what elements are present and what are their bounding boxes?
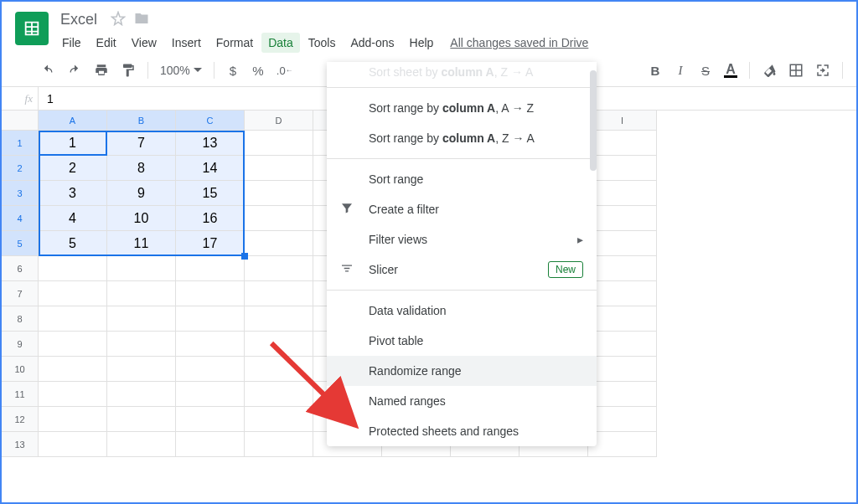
cell[interactable] bbox=[245, 156, 313, 181]
menu-named-ranges[interactable]: Named ranges bbox=[327, 386, 597, 416]
text-color-button[interactable]: A bbox=[719, 59, 742, 82]
col-header-A[interactable]: A bbox=[39, 111, 107, 131]
row-header-3[interactable]: 3 bbox=[2, 181, 39, 206]
cell[interactable] bbox=[588, 281, 657, 306]
menu-edit[interactable]: Edit bbox=[90, 33, 123, 53]
cell[interactable] bbox=[39, 357, 107, 382]
menu-protected-ranges[interactable]: Protected sheets and ranges bbox=[327, 416, 597, 440]
cell[interactable] bbox=[588, 306, 657, 332]
cell[interactable] bbox=[245, 332, 313, 357]
menu-format[interactable]: Format bbox=[209, 33, 260, 53]
cell[interactable] bbox=[176, 382, 245, 407]
cell[interactable] bbox=[245, 357, 313, 382]
row-header-13[interactable]: 13 bbox=[2, 432, 39, 457]
cell[interactable] bbox=[39, 306, 107, 332]
col-header-C[interactable]: C bbox=[176, 111, 245, 131]
paint-format-icon[interactable] bbox=[116, 59, 141, 82]
zoom-select[interactable]: 100% bbox=[155, 64, 207, 77]
cell[interactable] bbox=[39, 281, 107, 306]
cell[interactable] bbox=[588, 382, 657, 407]
formula-input[interactable]: 1 bbox=[39, 92, 62, 105]
cell[interactable]: 1 bbox=[39, 131, 107, 156]
menu-sort-range[interactable]: Sort range bbox=[327, 164, 597, 194]
row-header-10[interactable]: 10 bbox=[2, 357, 39, 382]
cell[interactable]: 14 bbox=[176, 156, 245, 181]
row-header-8[interactable]: 8 bbox=[2, 306, 39, 332]
cell[interactable] bbox=[588, 432, 657, 457]
document-title[interactable]: Excel bbox=[55, 10, 102, 29]
cell[interactable] bbox=[107, 407, 176, 432]
cell[interactable] bbox=[107, 281, 176, 306]
cell[interactable]: 17 bbox=[176, 231, 245, 256]
italic-button[interactable]: I bbox=[669, 59, 692, 82]
cell[interactable]: 5 bbox=[39, 231, 107, 256]
cell[interactable]: 3 bbox=[39, 181, 107, 206]
cell[interactable]: 15 bbox=[176, 181, 245, 206]
strikethrough-button[interactable]: S bbox=[694, 59, 717, 82]
cell[interactable] bbox=[588, 156, 657, 181]
cell[interactable] bbox=[245, 131, 313, 156]
cell[interactable] bbox=[39, 382, 107, 407]
menu-pivot-table[interactable]: Pivot table bbox=[327, 326, 597, 356]
cell[interactable] bbox=[245, 281, 313, 306]
cell[interactable] bbox=[245, 206, 313, 231]
cell[interactable] bbox=[39, 332, 107, 357]
cell[interactable] bbox=[176, 332, 245, 357]
print-icon[interactable] bbox=[89, 59, 114, 82]
row-header-2[interactable]: 2 bbox=[2, 156, 39, 181]
menu-data-validation[interactable]: Data validation bbox=[327, 296, 597, 326]
cell[interactable]: 9 bbox=[107, 181, 176, 206]
cell[interactable] bbox=[588, 407, 657, 432]
menu-sort-sheet-za[interactable]: Sort sheet by column A, Z → A bbox=[327, 65, 597, 82]
move-icon[interactable] bbox=[134, 11, 149, 28]
menu-file[interactable]: File bbox=[55, 33, 88, 53]
cell[interactable] bbox=[588, 231, 657, 256]
cell[interactable] bbox=[39, 432, 107, 457]
cell[interactable] bbox=[245, 231, 313, 256]
cell[interactable] bbox=[588, 357, 657, 382]
fill-color-icon[interactable] bbox=[757, 59, 782, 82]
cell[interactable]: 2 bbox=[39, 156, 107, 181]
col-header-B[interactable]: B bbox=[107, 111, 176, 131]
menu-slicer[interactable]: Slicer New bbox=[327, 255, 597, 285]
percent-button[interactable]: % bbox=[246, 59, 270, 82]
col-header-D[interactable]: D bbox=[245, 111, 313, 131]
cell[interactable] bbox=[107, 357, 176, 382]
undo-icon[interactable] bbox=[35, 59, 60, 82]
borders-icon[interactable] bbox=[783, 59, 809, 82]
cell[interactable] bbox=[588, 181, 657, 206]
cell[interactable]: 4 bbox=[39, 206, 107, 231]
menu-data[interactable]: Data bbox=[261, 33, 300, 53]
cell[interactable] bbox=[245, 382, 313, 407]
merge-icon[interactable] bbox=[810, 59, 835, 82]
cell[interactable] bbox=[176, 306, 245, 332]
row-header-6[interactable]: 6 bbox=[2, 256, 39, 281]
cell[interactable]: 11 bbox=[107, 231, 176, 256]
cell[interactable] bbox=[176, 281, 245, 306]
menu-create-filter[interactable]: Create a filter bbox=[327, 194, 597, 224]
row-header-12[interactable]: 12 bbox=[2, 407, 39, 432]
cell[interactable]: 7 bbox=[107, 131, 176, 156]
row-header-5[interactable]: 5 bbox=[2, 231, 39, 256]
row-header-7[interactable]: 7 bbox=[2, 281, 39, 306]
select-all-corner[interactable] bbox=[2, 111, 39, 131]
cell[interactable]: 8 bbox=[107, 156, 176, 181]
menu-randomize-range[interactable]: Randomize range bbox=[327, 356, 597, 386]
cell[interactable] bbox=[39, 407, 107, 432]
fill-handle[interactable] bbox=[241, 253, 248, 260]
currency-button[interactable]: $ bbox=[221, 59, 245, 82]
menu-sort-range-za[interactable]: Sort range by column A, Z → A bbox=[327, 123, 597, 153]
menu-filter-views[interactable]: Filter views ▸ bbox=[327, 224, 597, 255]
menu-tools[interactable]: Tools bbox=[302, 33, 343, 53]
cell[interactable] bbox=[107, 306, 176, 332]
cell[interactable] bbox=[245, 181, 313, 206]
cell[interactable] bbox=[245, 407, 313, 432]
sheets-logo-icon[interactable] bbox=[15, 12, 49, 45]
cell[interactable] bbox=[588, 206, 657, 231]
cell[interactable] bbox=[107, 432, 176, 457]
bold-button[interactable]: B bbox=[644, 59, 667, 82]
row-header-1[interactable]: 1 bbox=[2, 131, 39, 156]
cell[interactable] bbox=[245, 432, 313, 457]
cell[interactable] bbox=[107, 382, 176, 407]
cell[interactable] bbox=[245, 256, 313, 281]
